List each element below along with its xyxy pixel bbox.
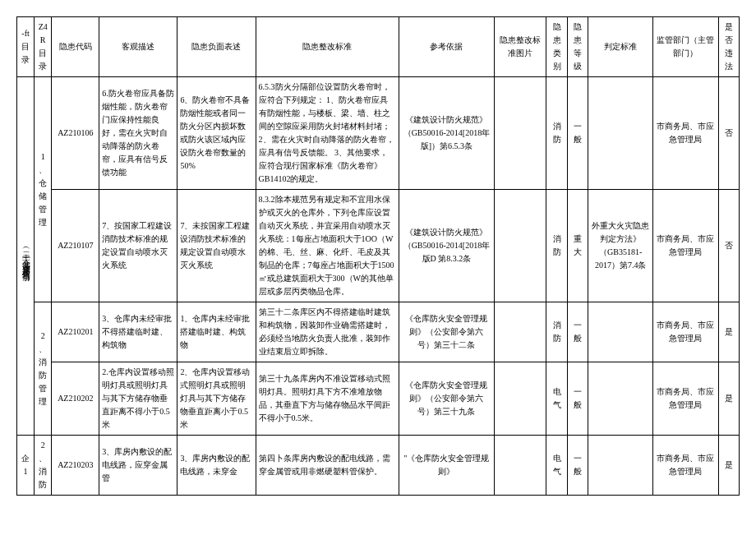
lvl-cell: 一般 [567,77,588,190]
cat-cell: 电气 [546,362,567,436]
cat-cell: 消防 [546,190,567,302]
code-cell: AZ210202 [52,362,99,436]
lvl-cell: 一般 [567,436,588,496]
table-row: 2、消防管理 AZ210201 3、仓库内未经审批不得搭建临时建、构筑物 1、仓… [17,302,740,362]
header-col10: 判定标准 [588,17,653,77]
img-cell [495,362,546,436]
inspection-table: -ft 目录 Z4R 目录 隐患代码 客观描述 隐患负面表述 隐患整改标准 参考… [16,16,740,496]
header-col5: 隐患整改标准 [256,17,399,77]
table-row: 企1 2、消防 AZ210203 3、库房内敷设的配电线路，应穿金属管 3、库房… [17,436,740,496]
header-col0: -ft 目录 [17,17,35,77]
header-col8: 隐患类别 [546,17,567,77]
dept-cell: 市商务局、市应急管理局 [653,436,718,496]
section-label-2: 2、消防管理 [35,302,52,436]
dept-cell: 市商务局、市应急管理局 [653,362,718,436]
lvl-cell: 重大 [567,190,588,302]
code-cell: AZ210201 [52,302,99,362]
header-col4: 隐患负面表述 [177,17,256,77]
header-col1: Z4R 目录 [35,17,52,77]
std-cell: 6.5.3防火分隔部位设置防火卷帘时，应符合下列规定： 1、防火卷帘应具有防烟性… [256,77,399,190]
img-cell [495,190,546,302]
law-cell: 是 [718,302,739,362]
header-row: -ft 目录 Z4R 目录 隐患代码 客观描述 隐患负面表述 隐患整改标准 参考… [17,17,740,77]
cat-cell: 消防 [546,77,567,190]
desc-cell: 6.防火卷帘应具备防烟性能，防火卷帘门应保持性能良好，需在火灾时自动降落的防火卷… [99,77,177,190]
img-cell [495,436,546,496]
std-cell: 第三十九条库房内不准设置移动式照明灯具。照明灯具下方不准堆放物品，其垂直下方与储… [256,362,399,436]
judge-cell [588,302,653,362]
std-cell: 第四卜条库房内敷设的配电线路，需穿金属管或用非燃硬塑料管保护。 [256,436,399,496]
neg-cell: 2、仓库内设置移动式照明灯具或照明灯具与其下方储存物垂直距离小于0.5米 [177,362,256,436]
lvl-cell: 一般 [567,302,588,362]
law-cell: 否 [718,77,739,190]
desc-cell: 2.仓库内设置移动照明灯具或照明灯具与其下方储存物垂直距离不得小于0.5米 [99,362,177,436]
ref-cell: 《建筑设计防火规范》（GB50016-2014[2018年版D 第8.3.2条 [399,190,494,302]
neg-cell: 6、防火卷帘不具备防烟性能或者同一防火分区内损坏数或防火该区域内应设防火卷帘数量… [177,77,256,190]
judge-cell [588,436,653,496]
dept-cell: 市商务局、市应急管理局 [653,302,718,362]
lvl-cell: 一般 [567,362,588,436]
judge-cell [588,77,653,190]
header-col3: 客观描述 [99,17,177,77]
table-row: AZ210202 2.仓库内设置移动照明灯具或照明灯具与其下方储存物垂直距离不得… [17,362,740,436]
img-cell [495,77,546,190]
header-col6: 参考依据 [399,17,494,77]
header-col9: 隐患等级 [567,17,588,77]
law-cell: 是 [718,436,739,496]
code-cell: AZ210106 [52,77,99,190]
code-cell: AZ210203 [52,436,99,496]
cat-cell: 电气 [546,436,567,496]
dept-cell: 市商务局、市应急管理局 [653,77,718,190]
left-category-label: （二十二）仓储企业专用检查指引 [17,77,35,436]
table-row: （二十二）仓储企业专用检查指引 1、仓储管理 AZ210106 6.防火卷帘应具… [17,77,740,190]
neg-cell: 1、仓库内未经审批搭建临时建、构筑物 [177,302,256,362]
judge-cell [588,362,653,436]
section-label-3: 企1 [17,436,35,496]
header-col7: 隐患整改标准图片 [495,17,546,77]
section-label-1: 1、仓储管理 [35,77,52,302]
desc-cell: 7、按国家工程建设消防技术标准的规定设置自动喷水灭火系统 [99,190,177,302]
ref-cell: 《建筑设计防火规范》（GB50016-2014[2018年版]）第6.5.3条 [399,77,494,190]
code-cell: AZ210107 [52,190,99,302]
law-cell: 否 [718,190,739,302]
ref-cell: "《仓库防火安全管理规则》 [399,436,494,496]
neg-cell: 3、库房内敷设的配电线路，未穿金 [177,436,256,496]
desc-cell: 3、库房内敷设的配电线路，应穿金属管 [99,436,177,496]
img-cell [495,302,546,362]
ref-cell: 《仓库防火安全管理规则》（公安部令第六号）第三十九条 [399,362,494,436]
std-cell: 第三十二条库区内不得搭建临时建筑和构筑物，因装卸作业确需搭建时，必须经当地防火负… [256,302,399,362]
desc-cell: 3、仓库内未经审批不得搭建临时建、构筑物 [99,302,177,362]
section-label-4: 2、消防 [35,436,52,496]
cat-cell: 消防 [546,302,567,362]
neg-cell: 7、未按国家工程建设消防技术标准的规定设置自动喷水灭火系统 [177,190,256,302]
dept-cell: 市商务局、市应急管理局 [653,190,718,302]
std-cell: 8.3.2除本规范另有规定和不宜用水保护或灭火的仓库外，下列仓库应设置自动灭火系… [256,190,399,302]
table-row: AZ210107 7、按国家工程建设消防技术标准的规定设置自动喷水灭火系统 7、… [17,190,740,302]
ref-cell: 《仓库防火安全管理规则》（公安部令第六号）第三十二条 [399,302,494,362]
judge-cell: 外重大火灾隐患判定方法》（GB35181-2017）第7.4条 [588,190,653,302]
header-col11: 监管部门（主管部门） [653,17,718,77]
header-col12: 是否违法 [718,17,739,77]
header-col2: 隐患代码 [52,17,99,77]
law-cell: 是 [718,362,739,436]
